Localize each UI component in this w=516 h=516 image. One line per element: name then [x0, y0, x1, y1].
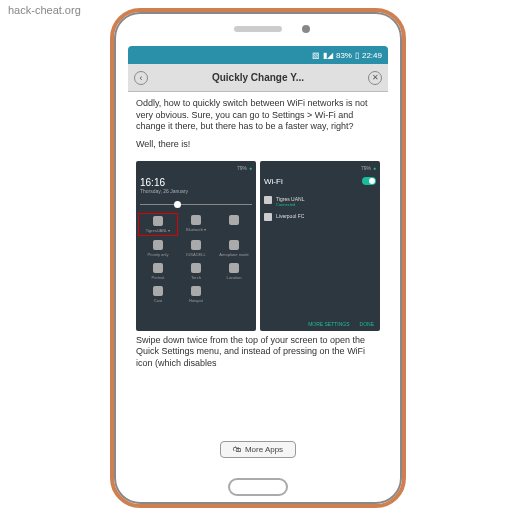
wifi-signal-icon: [264, 196, 272, 204]
done-button[interactable]: DONE: [360, 321, 374, 327]
camera-dot: [302, 25, 310, 33]
wifi-icon: [153, 216, 163, 226]
n-icon: ▧: [312, 51, 320, 60]
avatar-icon: ●: [249, 165, 252, 171]
mini-status-bar: 79% ●: [140, 165, 252, 171]
clock: 22:49: [362, 51, 382, 60]
qs-time: 16:16: [140, 177, 252, 188]
hotspot-icon: [191, 286, 201, 296]
more-apps-button[interactable]: 🛍 More Apps: [220, 441, 296, 458]
wifi-signal-icon: [264, 213, 272, 221]
wifi-toggle[interactable]: [362, 177, 376, 185]
paragraph: Oddly, how to quickly switch between WiF…: [136, 98, 380, 133]
signal-icon: ▮◢: [323, 51, 333, 60]
wifi-title: Wi-Fi: [264, 177, 283, 186]
torch-icon: [191, 263, 201, 273]
battery-glyph-icon: ▯: [355, 51, 359, 60]
qs-date: Thursday, 26 January: [140, 188, 252, 194]
close-button[interactable]: ✕: [368, 71, 382, 85]
rotate-icon: [153, 263, 163, 273]
bag-icon: 🛍: [233, 445, 241, 454]
status-bar: ▧ ▮◢ 83% ▯ 22:49: [128, 46, 388, 64]
wifi-network-list: Tigres UANL Connected Liverpool FC: [264, 196, 376, 221]
paragraph: Well, there is!: [136, 139, 380, 151]
more-apps-label: More Apps: [245, 445, 283, 454]
wifi-network-item[interactable]: Tigres UANL Connected: [264, 196, 376, 207]
cellular-icon: [191, 240, 201, 250]
bluetooth-icon: [191, 215, 201, 225]
quick-settings-grid: TigresUANL ▾ Bluetooth ▾ Priority only I…: [140, 215, 252, 303]
avatar-icon: ●: [373, 165, 376, 171]
watermark: hack-cheat.org: [8, 4, 81, 16]
dnd-icon: [229, 215, 239, 225]
qs-tile-priority[interactable]: Priority only: [140, 240, 176, 257]
qs-tile-cellular[interactable]: IUSACELL: [178, 240, 214, 257]
screenshot-wifi-panel: 79% ● Wi-Fi Tigres UANL: [260, 161, 380, 331]
qs-tile-wifi[interactable]: TigresUANL ▾: [138, 213, 178, 236]
qs-tile-rotate[interactable]: Portrait: [140, 263, 176, 280]
qs-tile-location[interactable]: Location: [216, 263, 252, 280]
back-button[interactable]: ‹: [134, 71, 148, 85]
priority-icon: [153, 240, 163, 250]
app-header: ‹ Quickly Change Y... ✕: [128, 64, 388, 92]
airplane-icon: [229, 240, 239, 250]
phone-frame: ▧ ▮◢ 83% ▯ 22:49 ‹ Quickly Change Y... ✕…: [110, 8, 406, 508]
wifi-network-item[interactable]: Liverpool FC: [264, 213, 376, 221]
phone-screen-bezel: ▧ ▮◢ 83% ▯ 22:49 ‹ Quickly Change Y... ✕…: [128, 46, 388, 470]
brightness-slider[interactable]: [140, 204, 252, 205]
network-name: Tigres UANL: [276, 196, 304, 202]
qs-tile-airplane[interactable]: Aeroplane mode: [216, 240, 252, 257]
qs-tile-bluetooth[interactable]: Bluetooth ▾: [178, 215, 214, 234]
screenshot-quicksettings: 79% ● 16:16 Thursday, 26 January TigresU…: [136, 161, 256, 331]
location-icon: [229, 263, 239, 273]
qs-tile[interactable]: [216, 215, 252, 234]
wifi-panel-footer: MORE SETTINGS DONE: [308, 321, 374, 327]
network-status: Connected: [276, 202, 304, 207]
qs-tile-torch[interactable]: Torch: [178, 263, 214, 280]
more-apps-bar: 🛍 More Apps: [136, 435, 380, 464]
speaker: [234, 26, 282, 32]
battery-pct: 79%: [237, 165, 247, 171]
qs-tile-hotspot[interactable]: Hotspot: [178, 286, 214, 303]
screenshot-row: 79% ● 16:16 Thursday, 26 January TigresU…: [136, 161, 380, 331]
more-settings-button[interactable]: MORE SETTINGS: [308, 321, 349, 327]
paragraph: Swipe down twice from the top of your sc…: [136, 335, 380, 370]
battery-pct: 79%: [361, 165, 371, 171]
battery-icon: 83%: [336, 51, 352, 60]
network-name: Liverpool FC: [276, 213, 304, 219]
cast-icon: [153, 286, 163, 296]
page-title: Quickly Change Y...: [212, 72, 304, 83]
screen: ▧ ▮◢ 83% ▯ 22:49 ‹ Quickly Change Y... ✕…: [128, 46, 388, 470]
home-button[interactable]: [228, 478, 288, 496]
article-content: Oddly, how to quickly switch between WiF…: [128, 92, 388, 470]
mini-status-bar: 79% ●: [264, 165, 376, 171]
qs-tile-cast[interactable]: Cast: [140, 286, 176, 303]
wifi-panel-header: Wi-Fi: [264, 177, 376, 186]
